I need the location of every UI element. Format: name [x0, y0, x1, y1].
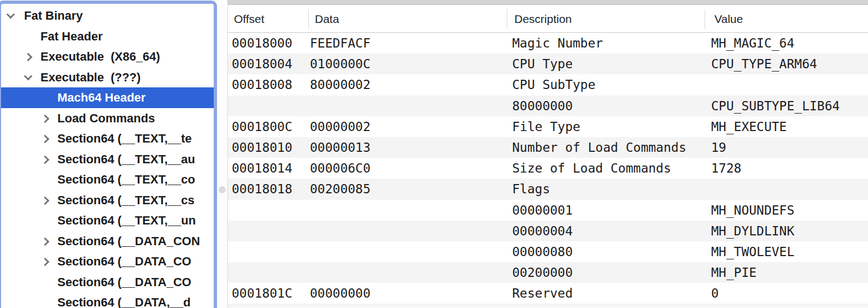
column-header-offset[interactable]: Offset [234, 5, 265, 33]
data-table: Offset Data Description Value 00018000FE… [227, 5, 868, 308]
cell-description: Number of Load Commands [512, 137, 687, 158]
sidebar-item-label: Fat Binary [24, 5, 83, 26]
cell-description: CPU Type [512, 54, 573, 74]
column-separator[interactable] [705, 9, 705, 29]
cell-description: Size of Load Commands [512, 158, 671, 179]
cell-data: 0100000C [310, 54, 371, 74]
table-row[interactable]: 0001800C00000002File TypeMH_EXECUTE [228, 116, 868, 137]
sidebar-item[interactable]: Section64 (__DATA_CO [1, 251, 214, 272]
column-header-data[interactable]: Data [315, 5, 339, 33]
cell-data: 00000002 [310, 116, 371, 137]
sidebar-item[interactable]: Mach64 Header [1, 87, 214, 108]
cell-description: 80000000 [512, 96, 573, 116]
cell-value: 1728 [711, 158, 741, 179]
cell-description: Magic Number [512, 33, 603, 54]
table-body: 00018000FEEDFACFMagic NumberMH_MAGIC_640… [228, 33, 868, 307]
sidebar-item-label: Section64 (__TEXT,__cs [57, 190, 195, 211]
sidebar-item[interactable]: Executable (X86_64) [1, 46, 214, 67]
sidebar-item-label: Section64 (__DATA_CON [57, 231, 200, 252]
table-row[interactable]: 00018014000006C0Size of Load Commands172… [228, 158, 868, 179]
table-row[interactable]: 0001801800200085Flags [228, 179, 868, 199]
sidebar-tree[interactable]: Fat BinaryFat HeaderExecutable (X86_64)E… [0, 1, 217, 308]
sidebar-item[interactable]: Fat Binary [1, 5, 214, 26]
cell-description: CPU SubType [512, 74, 595, 95]
table-header-row: Offset Data Description Value [228, 5, 868, 33]
table-row[interactable]: 80000000CPU_SUBTYPE_LIB64 [228, 96, 868, 116]
table-row[interactable]: 000180040100000CCPU TypeCPU_TYPE_ARM64 [228, 54, 868, 74]
sidebar-item[interactable]: Section64 (__TEXT,__cs [1, 190, 214, 211]
toolbar-bottom-strip [218, 0, 868, 5]
sidebar-item[interactable]: Section64 (__DATA_CO [1, 272, 214, 293]
table-row[interactable]: 0001800880000002CPU SubType [228, 74, 868, 95]
sidebar-item[interactable]: Section64 (__TEXT,__co [1, 169, 214, 190]
cell-data: 00000013 [310, 137, 371, 158]
sidebar-item-label: Section64 (__DATA,__d [57, 292, 191, 308]
chevron-down-icon[interactable] [24, 72, 33, 80]
chevron-down-icon[interactable] [7, 10, 15, 19]
sidebar-item[interactable]: Section64 (__DATA_CON [1, 231, 214, 252]
sidebar-item[interactable]: Section64 (__TEXT,__te [1, 128, 214, 149]
table-row[interactable]: 00200000MH_PIE [228, 262, 868, 283]
cell-description: Flags [512, 179, 550, 199]
cell-offset: 00018008 [232, 74, 292, 95]
column-header-description[interactable]: Description [514, 5, 572, 33]
chevron-right-icon[interactable] [24, 53, 33, 62]
chevron-right-icon[interactable] [41, 196, 50, 205]
sidebar-item-label: Section64 (__TEXT,__te [57, 128, 192, 149]
sidebar-item-label: Section64 (__TEXT,__un [57, 210, 196, 231]
chevron-right-icon[interactable] [41, 258, 50, 266]
cell-description: 00000001 [512, 200, 573, 221]
sidebar-item[interactable]: Load Commands [1, 108, 214, 129]
cell-offset: 00018010 [232, 137, 292, 158]
cell-offset: 00018014 [232, 158, 292, 179]
table-row[interactable]: 00000080MH_TWOLEVEL [228, 241, 868, 262]
cell-value: CPU_SUBTYPE_LIB64 [711, 96, 840, 116]
sidebar-item-label: Load Commands [57, 108, 155, 129]
chevron-right-icon[interactable] [41, 237, 50, 246]
cell-value: MH_DYLDLINK [711, 221, 794, 241]
cell-data: 00200085 [310, 179, 371, 199]
table-row[interactable]: 0001801C00000000Reserved0 [228, 283, 868, 304]
cell-value: MH_NOUNDEFS [711, 200, 794, 221]
table-row-partial [228, 304, 868, 307]
chevron-right-icon[interactable] [41, 114, 50, 123]
sidebar-item-label: Section64 (__TEXT,__co [57, 169, 195, 190]
cell-offset: 00018018 [232, 179, 292, 199]
chevron-right-icon[interactable] [41, 155, 50, 164]
column-separator[interactable] [308, 9, 309, 29]
table-row[interactable]: 0001801000000013Number of Load Commands1… [228, 137, 868, 158]
cell-value: 0 [711, 283, 719, 304]
table-row[interactable]: 00018000FEEDFACFMagic NumberMH_MAGIC_64 [228, 33, 868, 54]
cell-data: 000006C0 [310, 158, 371, 179]
tree-list: Fat BinaryFat HeaderExecutable (X86_64)E… [1, 5, 214, 308]
cell-data: 00000000 [310, 283, 371, 304]
sidebar-item[interactable]: Executable (???) [1, 67, 214, 88]
binary-inspector-window: Fat BinaryFat HeaderExecutable (X86_64)E… [0, 0, 868, 308]
splitter-handle-icon[interactable] [219, 186, 226, 193]
cell-description: 00000004 [512, 221, 573, 241]
chevron-right-icon[interactable] [41, 135, 50, 144]
cell-data: FEEDFACF [310, 33, 371, 54]
sidebar-item-label: Executable (X86_64) [40, 46, 160, 67]
cell-value: MH_MAGIC_64 [711, 33, 794, 54]
sidebar-item[interactable]: Section64 (__TEXT,__au [1, 149, 214, 170]
cell-description: 00000080 [512, 241, 573, 262]
sidebar-item-label: Section64 (__DATA_CO [57, 251, 191, 272]
sidebar-item[interactable]: Section64 (__TEXT,__un [1, 210, 214, 231]
column-header-value[interactable]: Value [714, 5, 743, 33]
cell-value: MH_EXECUTE [711, 116, 787, 137]
sidebar-item-label: Fat Header [40, 26, 103, 47]
sidebar-item-label: Section64 (__DATA_CO [57, 272, 191, 293]
sidebar-item[interactable]: Section64 (__DATA,__d [1, 292, 214, 308]
cell-description: 00200000 [512, 262, 573, 283]
sidebar-item[interactable]: Fat Header [1, 26, 214, 47]
table-row[interactable]: 00000001MH_NOUNDEFS [228, 200, 868, 221]
table-row[interactable]: 00000004MH_DYLDLINK [228, 221, 868, 241]
cell-offset: 0001800C [232, 116, 292, 137]
splitter[interactable] [217, 5, 227, 308]
column-separator[interactable] [507, 9, 507, 29]
cell-value: MH_PIE [711, 262, 756, 283]
cell-value: MH_TWOLEVEL [711, 241, 794, 262]
cell-value: CPU_TYPE_ARM64 [711, 54, 817, 74]
cell-description: Reserved [512, 283, 573, 304]
